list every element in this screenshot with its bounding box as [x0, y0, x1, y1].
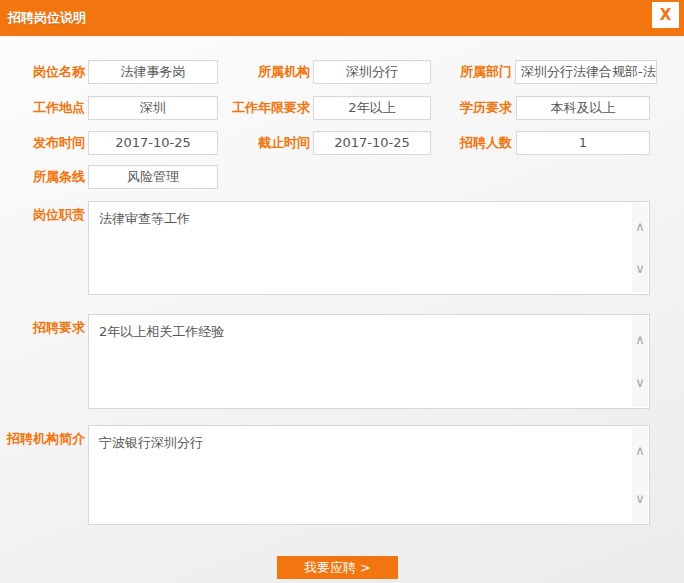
label-org: 所属机构	[190, 60, 310, 84]
duties-text: 法律审查等工作	[89, 202, 631, 294]
label-department: 所属部门	[392, 60, 512, 84]
label-job-name: 岗位名称	[0, 60, 85, 84]
close-icon: X	[660, 6, 672, 24]
label-education: 学历要求	[392, 96, 512, 120]
label-duties: 岗位职责	[0, 203, 85, 227]
label-business-line: 所属条线	[0, 165, 85, 189]
dialog-body: 岗位名称 法律事务岗 所属机构 深圳分行 所属部门 深圳分行法律合规部-法律 工…	[0, 36, 684, 583]
chevron-up-icon[interactable]: ∧	[635, 445, 645, 457]
close-button[interactable]: X	[652, 2, 679, 28]
chevron-down-icon[interactable]: ∨	[635, 377, 645, 389]
textarea-requirements[interactable]: 2年以上相关工作经验 ∧ ∨	[88, 314, 650, 409]
org-intro-scrollbar[interactable]: ∧ ∨	[632, 427, 648, 523]
label-location: 工作地点	[0, 96, 85, 120]
chevron-down-icon[interactable]: ∨	[635, 493, 645, 505]
requirements-text: 2年以上相关工作经验	[89, 315, 631, 408]
job-description-dialog: 招聘岗位说明 X 岗位名称 法律事务岗 所属机构 深圳分行 所属部门 深圳分行法…	[0, 0, 684, 583]
chevron-down-icon[interactable]: ∨	[635, 263, 645, 275]
dialog-title: 招聘岗位说明	[8, 0, 86, 36]
label-publish-date: 发布时间	[0, 131, 85, 155]
label-experience: 工作年限要求	[190, 96, 310, 120]
dialog-header: 招聘岗位说明 X	[0, 0, 684, 36]
org-intro-text: 宁波银行深圳分行	[89, 426, 631, 524]
apply-button[interactable]: 我要应聘 >	[277, 556, 398, 579]
label-org-intro: 招聘机构简介	[0, 427, 85, 451]
chevron-up-icon[interactable]: ∧	[635, 334, 645, 346]
label-deadline: 截止时间	[190, 131, 310, 155]
duties-scrollbar[interactable]: ∧ ∨	[632, 203, 648, 293]
field-business-line[interactable]: 风险管理	[88, 165, 218, 189]
field-education[interactable]: 本科及以上	[516, 96, 650, 120]
label-headcount: 招聘人数	[392, 131, 512, 155]
chevron-up-icon[interactable]: ∧	[635, 221, 645, 233]
textarea-duties[interactable]: 法律审查等工作 ∧ ∨	[88, 201, 650, 295]
requirements-scrollbar[interactable]: ∧ ∨	[632, 316, 648, 407]
field-department[interactable]: 深圳分行法律合规部-法律	[515, 60, 657, 84]
textarea-org-intro[interactable]: 宁波银行深圳分行 ∧ ∨	[88, 425, 650, 525]
field-headcount[interactable]: 1	[516, 131, 650, 155]
label-requirements: 招聘要求	[0, 316, 85, 340]
